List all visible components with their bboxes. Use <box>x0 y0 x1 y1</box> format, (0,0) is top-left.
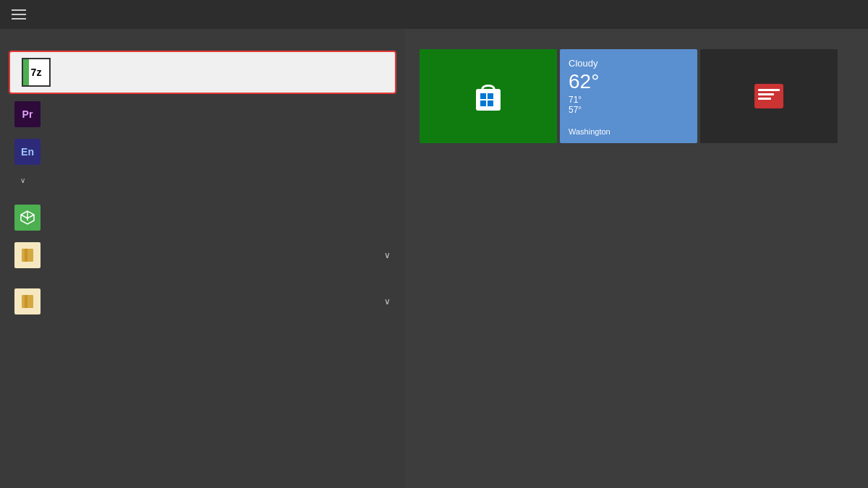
7zip-chevron-icon: ∨ <box>384 250 391 260</box>
encore-icon: En <box>14 139 41 165</box>
svg-rect-19 <box>754 84 783 108</box>
adobe-chevron-icon: ∨ <box>384 296 391 307</box>
svg-rect-14 <box>476 89 501 111</box>
explore-tile-store[interactable] <box>420 49 557 143</box>
svg-rect-1 <box>25 249 27 262</box>
weather-condition: Cloudy <box>569 58 689 69</box>
svg-rect-21 <box>758 93 774 95</box>
right-panel: O Office S N Firefox How tohost a virtua… <box>405 29 868 488</box>
explore-grid: Cloudy 62° 71°57° Washington <box>420 49 854 143</box>
app-item-7zip[interactable]: ∨ <box>0 236 405 274</box>
3dviewer-icon <box>14 205 41 231</box>
left-panel: 7z 👆 Pr En ∨ <box>0 29 405 488</box>
main-content: 7z 👆 Pr En ∨ <box>0 29 868 488</box>
7zip-highlight-icon: 7z <box>22 58 51 87</box>
explore-tile-news[interactable] <box>700 49 838 143</box>
svg-rect-18 <box>488 100 493 106</box>
a-section-label <box>0 274 405 283</box>
app-item-premiere[interactable]: Pr <box>0 95 405 133</box>
premiere-icon: Pr <box>14 101 41 127</box>
app-item-adobe[interactable]: ∨ <box>0 283 405 320</box>
topbar <box>0 0 868 29</box>
svg-rect-16 <box>488 93 493 99</box>
svg-rect-3 <box>25 295 27 308</box>
svg-rect-17 <box>480 100 486 106</box>
app-item-7zip-highlighted[interactable]: 7z 👆 <box>9 51 396 94</box>
expand-chevron-icon: ∨ <box>20 176 25 184</box>
svg-rect-20 <box>758 89 780 91</box>
hamburger-button[interactable] <box>12 9 26 20</box>
app-item-3dviewer[interactable] <box>0 199 405 236</box>
expand-button[interactable]: ∨ <box>0 171 405 190</box>
7zip-small-icon <box>14 242 41 268</box>
adobe-icon <box>14 288 41 314</box>
weather-temp: 62° <box>569 72 689 92</box>
weather-city: Washington <box>569 127 610 136</box>
weather-highs: 71°57° <box>569 95 689 115</box>
svg-rect-15 <box>480 93 486 99</box>
app-item-encore[interactable]: En <box>0 133 405 171</box>
recently-added-label <box>0 40 405 49</box>
explore-tile-weather[interactable]: Cloudy 62° 71°57° Washington <box>560 49 697 143</box>
hash-section-label <box>0 190 405 199</box>
svg-rect-22 <box>758 98 771 100</box>
